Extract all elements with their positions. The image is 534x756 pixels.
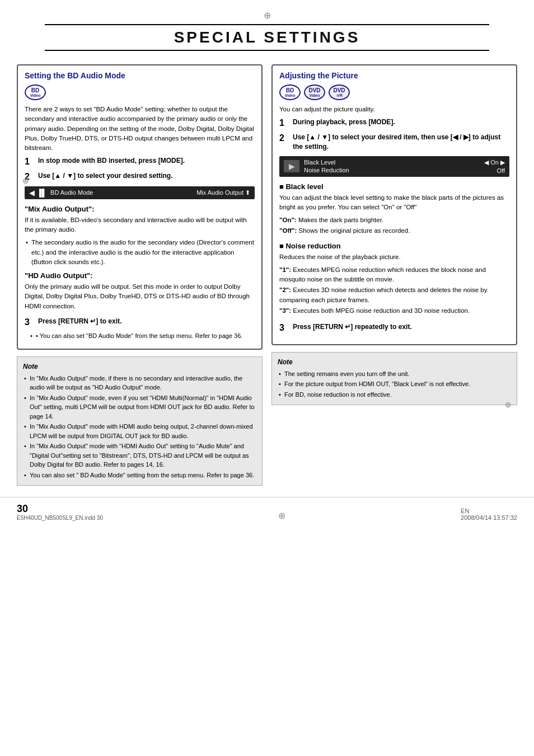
left-column: ⊕ Setting the BD Audio Mode BD Video The… <box>17 64 263 486</box>
step-3-sub: • You can also set "BD Audio Mode" from … <box>25 332 255 341</box>
right-step-1: 1 During playback, press [MODE]. <box>279 118 509 129</box>
footer-filename: E5H40UD_NB500SL9_EN.indd 30 <box>17 515 103 521</box>
adjust-picture-title: Adjusting the Picture <box>279 71 509 80</box>
page-footer: 30 E5H40UD_NB500SL9_EN.indd 30 ⊕ EN 2008… <box>0 497 534 527</box>
black-level-off-text: Shows the original picture as recorded. <box>299 227 410 234</box>
page-wrapper: ⊕ SPECIAL SETTINGS ⊕ Setting the BD Audi… <box>0 0 534 756</box>
right-note-1: For the picture output from HDMI OUT, "B… <box>278 379 511 389</box>
right-dvdvr-badge-inner: DVD -VR <box>333 87 345 98</box>
right-note-box: Note The setting remains even you turn o… <box>271 352 517 406</box>
crosshair-top: ⊕ <box>22 10 512 21</box>
noise-2-term: "2": <box>279 287 291 293</box>
pic-label-2: Noise Reduction <box>304 167 480 173</box>
adjust-picture-section: Adjusting the Picture BD Video DVD <box>271 64 517 345</box>
bd-badge-text: BD <box>31 87 39 93</box>
pic-value-2: Off <box>497 167 505 174</box>
mix-audio-bullet-text: The secondary audio is the audio for the… <box>31 239 254 265</box>
right-step-2-num: 2 <box>279 133 292 144</box>
adjust-picture-intro: You can adjust the picture quality. <box>279 105 509 114</box>
hd-audio-text: Only the primary audio will be output. S… <box>25 282 255 311</box>
right-dvd-text: DVD <box>308 87 320 93</box>
right-crosshair-marker: ⊕ <box>505 400 512 409</box>
right-step-3-text: Press [RETURN ↵] repeatedly to exit. <box>293 322 412 332</box>
footer-right: EN 2008/04/14 13:57:32 <box>461 508 517 521</box>
step-2-text: Use [▲ / ▼] to select your desired setti… <box>38 171 172 181</box>
noise-reduction-heading: ■ Noise reduction <box>279 242 509 250</box>
noise-3-text: Executes both MPEG noise reduction and 3… <box>293 307 470 314</box>
left-note-0: In "Mix Audio Output" mode, if there is … <box>23 374 256 392</box>
left-note-1: In "Mix Audio Output" mode, even if you … <box>23 393 256 421</box>
black-level-on-term: "On": <box>279 217 297 223</box>
pic-values: ◀ On ▶ Off <box>484 159 505 174</box>
step-2: 2 Use [▲ / ▼] to select your desired set… <box>25 171 255 183</box>
footer-left: 30 E5H40UD_NB500SL9_EN.indd 30 <box>17 503 103 521</box>
noise-3: "3": Executes both MPEG noise reduction … <box>279 306 509 316</box>
noise-3-term: "3": <box>279 307 291 314</box>
left-note-box: Note In "Mix Audio Output" mode, if ther… <box>17 356 263 486</box>
step-1: 1 In stop mode with BD inserted, press [… <box>25 156 255 168</box>
bar-icon: ◀ ▐▌ <box>29 189 47 197</box>
bd-badge: BD Video <box>25 84 46 100</box>
noise-1-term: "1": <box>279 266 291 273</box>
right-note-title: Note <box>278 357 511 367</box>
left-note-4: You can also set " BD Audio Mode" settin… <box>23 471 256 480</box>
black-level-text: You can adjust the black level setting t… <box>279 193 509 213</box>
bd-control-bar: ◀ ▐▌ BD Audio Mode Mix Audio Output ⬆ <box>25 186 255 199</box>
right-step-3-num: 3 <box>279 322 292 334</box>
noise-1: "1": Executes MPEG noise reduction which… <box>279 265 509 285</box>
black-level-off: "Off": Shows the original picture as rec… <box>279 226 509 236</box>
right-badge-row: BD Video DVD Video DVD <box>279 84 509 100</box>
step-3-text: Press [RETURN ↵] to exit. <box>38 317 121 326</box>
right-step-3: 3 Press [RETURN ↵] repeatedly to exit. <box>279 322 509 334</box>
bd-audio-title: Setting the BD Audio Mode <box>25 71 255 80</box>
right-dvd-badge-inner: DVD Video <box>308 87 320 98</box>
step-1-text: In stop mode with BD inserted, press [MO… <box>38 156 185 166</box>
black-level-heading: ■ Black level <box>279 182 509 191</box>
left-section-wrapper: ⊕ Setting the BD Audio Mode BD Video The… <box>17 64 263 486</box>
right-step-1-num: 1 <box>279 118 292 129</box>
bd-badge-row: BD Video <box>25 84 255 100</box>
page-title: SPECIAL SETTINGS <box>45 24 489 51</box>
picture-display-box: ▶ Black Level Noise Reduction ◀ On ▶ Off <box>279 156 509 177</box>
bd-audio-section: Setting the BD Audio Mode BD Video There… <box>17 64 263 350</box>
left-note-3: In "Mix Audio Output" mode with "HDMI Au… <box>23 442 256 469</box>
bar-value: Mix Audio Output ⬆ <box>196 189 250 196</box>
left-crosshair-marker: ⊕ <box>22 176 29 185</box>
mix-audio-heading: "Mix Audio Output": <box>25 205 255 213</box>
mix-audio-bullet-0: The secondary audio is the audio for the… <box>25 238 255 267</box>
right-note-2: For BD, noise reduction is not effective… <box>278 390 511 400</box>
step-1-num: 1 <box>25 156 37 168</box>
page-header: ⊕ SPECIAL SETTINGS <box>0 0 534 59</box>
noise-2: "2": Executes 3D noise reduction which d… <box>279 285 509 305</box>
main-content: ⊕ Setting the BD Audio Mode BD Video The… <box>0 64 534 486</box>
right-bd-sub: Video <box>285 93 296 98</box>
right-dvd-sub: Video <box>310 93 320 98</box>
black-level-off-term: "Off": <box>279 227 297 234</box>
step-3: 3 Press [RETURN ↵] to exit. <box>25 317 255 328</box>
left-note-title: Note <box>23 361 256 372</box>
noise-2-text: Executes 3D noise reduction which detect… <box>279 287 487 303</box>
bd-badge-subtext: Video <box>30 93 41 98</box>
bar-label: BD Audio Mode <box>50 189 196 196</box>
right-step-2-text: Use [▲ / ▼] to select your desired item,… <box>293 133 509 152</box>
noise-reduction-text: Reduces the noise of the playback pictur… <box>279 252 509 262</box>
right-bd-badge: BD Video <box>279 84 301 100</box>
left-note-2: In "Mix Audio Output" mode with HDMI aud… <box>23 422 256 440</box>
pic-labels: Black Level Noise Reduction <box>304 159 480 173</box>
right-bd-badge-inner: BD Video <box>285 87 296 98</box>
picture-icon: ▶ <box>284 160 299 172</box>
right-dvdvr-badge: DVD -VR <box>329 84 350 100</box>
footer-date: 2008/04/14 13:57:32 <box>461 514 517 521</box>
crosshair-bottom: ⊕ <box>278 510 285 521</box>
pic-value-1: ◀ On ▶ <box>484 159 505 166</box>
right-dvdvr-text: DVD <box>333 87 345 93</box>
noise-1-text: Executes MPEG noise reduction which redu… <box>279 266 486 283</box>
bd-badge-inner: BD Video <box>30 87 41 98</box>
right-dvdvr-sub: -VR <box>336 93 343 98</box>
pic-label-1: Black Level <box>304 159 480 166</box>
right-section-wrapper: ⊕ Adjusting the Picture BD Video <box>271 64 517 405</box>
right-note-0: The setting remains even you turn off th… <box>278 369 511 379</box>
bd-audio-intro: There are 2 ways to set "BD Audio Mode" … <box>25 105 255 153</box>
right-column: ⊕ Adjusting the Picture BD Video <box>271 64 517 486</box>
right-dvd-badge: DVD Video <box>304 84 325 100</box>
